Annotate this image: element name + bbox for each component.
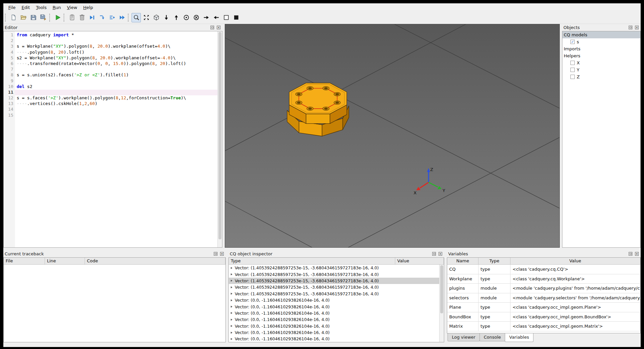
back-view-button[interactable] — [191, 13, 201, 22]
toolbar-handle[interactable] — [128, 14, 130, 22]
inspector-row[interactable]: Vector: (0.0, -1.1604610293826104e-16, 4… — [229, 329, 439, 336]
expand-arrow-icon[interactable] — [231, 325, 232, 327]
toolbar-handle[interactable] — [64, 14, 65, 22]
code-area[interactable]: from cadquery import *s = Workplane("XY"… — [15, 31, 217, 247]
tree-item-y[interactable]: Y — [562, 66, 640, 73]
expand-arrow-icon[interactable] — [231, 306, 232, 308]
menu-edit[interactable]: Edit — [19, 4, 33, 11]
fit-view-button[interactable] — [142, 13, 151, 22]
expand-arrow-icon[interactable] — [231, 280, 232, 282]
menu-help[interactable]: Help — [80, 4, 96, 11]
variable-row-plugins[interactable]: pluginsmodule<module 'cadquery.plugins' … — [447, 284, 640, 293]
inspector-row[interactable]: Vector: (1.4053924288597253e-15, -3.6804… — [229, 278, 439, 284]
code-editor[interactable]: 123456789101112131415 from cadquery impo… — [3, 31, 222, 248]
column-header-type[interactable]: Type — [479, 258, 510, 265]
variable-row-cq[interactable]: CQtype<class 'cadquery.cq.CQ'> — [447, 265, 640, 274]
bottom-view-button[interactable] — [161, 13, 171, 22]
expand-arrow-icon[interactable] — [231, 338, 232, 340]
step-button[interactable] — [87, 13, 97, 22]
splitter[interactable] — [444, 250, 447, 342]
editor-scrollbar[interactable] — [217, 31, 222, 247]
save-as-button[interactable] — [39, 13, 48, 22]
checkbox-y[interactable] — [570, 68, 575, 72]
menu-tools[interactable]: Tools — [33, 4, 50, 11]
editor-float-button[interactable] — [210, 25, 215, 30]
variable-row-selectors[interactable]: selectorsmodule<module 'cadquery.selecto… — [447, 293, 640, 303]
tab-console[interactable]: Console — [480, 333, 505, 341]
column-header-file[interactable]: File — [4, 258, 45, 265]
column-header-value[interactable]: Value — [395, 258, 444, 265]
expand-arrow-icon[interactable] — [231, 267, 232, 269]
cad-model[interactable] — [278, 72, 358, 156]
tree-item-x[interactable]: X — [562, 59, 640, 66]
tree-item-cq-models[interactable]: CQ models — [562, 31, 640, 38]
new-file-button[interactable] — [9, 13, 18, 22]
variables-close-button[interactable]: × — [634, 251, 639, 256]
traceback-close-button[interactable]: × — [219, 251, 224, 256]
inspector-row[interactable]: Vector: (1.4053924288597253e-15, -3.6804… — [229, 284, 439, 290]
inspector-row[interactable]: Vector: (0.0, -1.1604610293826104e-16, 4… — [229, 316, 439, 323]
editor-scrollbar-thumb[interactable] — [218, 32, 221, 239]
menu-view[interactable]: View — [64, 4, 80, 11]
objects-float-button[interactable] — [628, 25, 633, 30]
objects-close-button[interactable]: × — [634, 25, 639, 30]
open-button[interactable] — [19, 13, 28, 22]
inspector-float-button[interactable] — [432, 251, 437, 256]
variable-row-matrix[interactable]: Matrixtype<class 'cadquery.occ_impl.geom… — [447, 322, 640, 331]
tree-item-imports[interactable]: Imports — [562, 45, 640, 52]
variable-row-plane[interactable]: Planetype<class 'cadquery.occ_impl.geom.… — [447, 303, 640, 312]
inspector-row[interactable]: Vector: (1.4053924288597253e-15, -3.6804… — [229, 291, 439, 297]
column-header-name[interactable]: Name — [447, 258, 479, 265]
magnify-button[interactable] — [132, 13, 141, 22]
right-view-button[interactable] — [201, 13, 211, 22]
tab-variables[interactable]: Variables — [505, 333, 533, 342]
tree-item-helpers[interactable]: Helpers — [562, 52, 640, 59]
shaded-button[interactable] — [231, 13, 241, 22]
continue-button[interactable] — [117, 13, 127, 22]
column-header-code[interactable]: Code — [85, 258, 225, 265]
tree-item-s[interactable]: ✓s — [562, 38, 640, 45]
inspector-row[interactable]: Vector: (1.4053924288597253e-15, -3.6804… — [229, 265, 439, 271]
step-into-button[interactable] — [97, 13, 107, 22]
menu-run[interactable]: Run — [50, 4, 64, 11]
inspector-row[interactable]: Vector: (0.0, -1.1604610293826104e-16, 4… — [229, 310, 439, 316]
expand-arrow-icon[interactable] — [231, 273, 232, 275]
debug-button[interactable] — [67, 13, 77, 22]
inspector-scrollbar[interactable] — [439, 265, 444, 342]
inspector-row[interactable]: Vector: (1.4053924288597253e-15, -3.6804… — [229, 271, 439, 277]
render-button[interactable] — [53, 13, 62, 22]
toolbar-handle[interactable] — [49, 14, 51, 22]
expand-arrow-icon[interactable] — [231, 299, 232, 301]
column-header-line[interactable]: Line — [45, 258, 85, 265]
variable-row-boundbox[interactable]: BoundBoxtype<class 'cadquery.occ_impl.ge… — [447, 312, 640, 322]
wireframe-button[interactable] — [221, 13, 231, 22]
top-view-button[interactable] — [171, 13, 181, 22]
variables-float-button[interactable] — [628, 251, 633, 256]
column-header-value[interactable]: Value — [510, 258, 640, 265]
step-return-button[interactable] — [107, 13, 117, 22]
toolbar-handle[interactable] — [5, 14, 7, 22]
checkbox-x[interactable] — [570, 61, 575, 65]
expand-arrow-icon[interactable] — [231, 286, 232, 288]
splitter[interactable] — [226, 250, 228, 342]
column-header-type[interactable]: Type — [229, 258, 395, 265]
expand-arrow-icon[interactable] — [231, 332, 232, 334]
splitter[interactable] — [3, 248, 641, 250]
tab-log-viewer[interactable]: Log viewer — [448, 333, 480, 341]
iso-view-button[interactable] — [152, 13, 161, 22]
left-view-button[interactable] — [211, 13, 221, 22]
inspector-row[interactable]: Vector: (0.0, -1.1604610293826104e-16, 4… — [229, 323, 439, 329]
checkbox-s[interactable]: ✓ — [570, 40, 575, 44]
expand-arrow-icon[interactable] — [231, 312, 232, 314]
expand-arrow-icon[interactable] — [231, 293, 232, 295]
variable-row-workplane[interactable]: Workplanetype<class 'cadquery.cq.Workpla… — [447, 274, 640, 284]
inspector-row[interactable]: Vector: (0.0, -1.1604610293826104e-16, 4… — [229, 336, 439, 342]
delete-button[interactable] — [77, 13, 87, 22]
splitter[interactable] — [222, 24, 225, 248]
splitter[interactable] — [560, 24, 562, 248]
save-button[interactable] — [29, 13, 38, 22]
menu-file[interactable]: File — [5, 4, 19, 11]
inspector-row[interactable]: Vector: (0.0, -1.1604610293826104e-16, 4… — [229, 303, 439, 310]
inspector-row[interactable]: Vector: (0.0, -1.1604610293826104e-16, 4… — [229, 297, 439, 303]
checkbox-z[interactable] — [570, 75, 575, 79]
